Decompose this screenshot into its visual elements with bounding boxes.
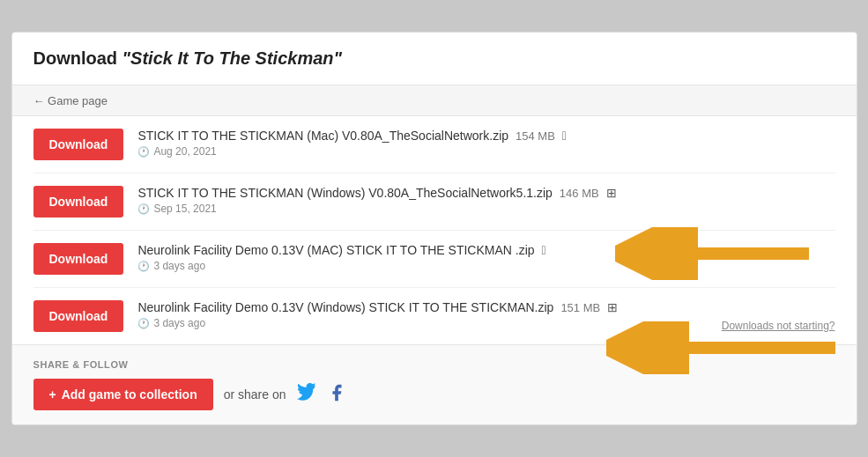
title-quoted: "Stick It To The Stickman" bbox=[122, 48, 342, 68]
share-label: SHARE & FOLLOW bbox=[33, 359, 835, 370]
date-text-4: 3 days ago bbox=[153, 317, 205, 329]
page-title: Download "Stick It To The Stickman" bbox=[33, 48, 835, 69]
clock-icon-2: 🕐 bbox=[137, 203, 150, 215]
file-size-2: 146 MB bbox=[560, 187, 599, 200]
download-row: Download STICK IT TO THE STICKMAN (Mac) … bbox=[33, 116, 835, 173]
file-name-row-1: STICK IT TO THE STICKMAN (Mac) V0.80A_Th… bbox=[137, 129, 835, 143]
file-name-row-2: STICK IT TO THE STICKMAN (Windows) V0.80… bbox=[137, 186, 835, 200]
twitter-icon bbox=[297, 383, 316, 402]
download-row-4: Download Neurolink Facility Demo 0.13V (… bbox=[33, 288, 835, 344]
mac-icon-3:  bbox=[542, 243, 546, 257]
download-button-2[interactable]: Download bbox=[33, 186, 124, 217]
back-link[interactable]: ← Game page bbox=[33, 94, 108, 107]
file-size-1: 154 MB bbox=[516, 129, 555, 143]
twitter-link[interactable] bbox=[297, 383, 316, 407]
page-header: Download "Stick It To The Stickman" bbox=[12, 33, 857, 85]
add-collection-button[interactable]: + Add game to collection bbox=[33, 379, 213, 410]
facebook-icon bbox=[327, 383, 346, 402]
file-name-4: Neurolink Facility Demo 0.13V (Windows) … bbox=[137, 300, 553, 314]
download-button-3[interactable]: Download bbox=[33, 243, 124, 275]
clock-icon-4: 🕐 bbox=[137, 318, 150, 329]
downloads-section: Download STICK IT TO THE STICKMAN (Mac) … bbox=[12, 116, 857, 344]
download-row-3: Download Neurolink Facility Demo 0.13V (… bbox=[33, 231, 835, 288]
date-text-2: Sep 15, 2021 bbox=[153, 203, 216, 215]
facebook-link[interactable] bbox=[327, 383, 346, 407]
file-date-3: 🕐 3 days ago bbox=[137, 260, 835, 272]
share-row: + Add game to collection or share on bbox=[33, 379, 835, 410]
clock-icon-3: 🕐 bbox=[137, 261, 150, 272]
date-text-1: Aug 20, 2021 bbox=[153, 145, 216, 158]
file-name-3: Neurolink Facility Demo 0.13V (MAC) STIC… bbox=[137, 243, 534, 257]
share-section: SHARE & FOLLOW + Add game to collection … bbox=[12, 344, 857, 424]
plus-icon: + bbox=[49, 387, 56, 402]
nav-bar: ← Game page bbox=[12, 85, 857, 116]
file-name-row-3: Neurolink Facility Demo 0.13V (MAC) STIC… bbox=[137, 243, 835, 257]
file-date-1: 🕐 Aug 20, 2021 bbox=[137, 145, 835, 158]
file-name-1: STICK IT TO THE STICKMAN (Mac) V0.80A_Th… bbox=[137, 129, 508, 143]
main-container: Download "Stick It To The Stickman" ← Ga… bbox=[11, 32, 857, 425]
or-share-text: or share on bbox=[224, 387, 286, 402]
windows-icon-4: ⊞ bbox=[607, 300, 618, 314]
file-date-2: 🕐 Sep 15, 2021 bbox=[137, 203, 835, 215]
windows-icon-2: ⊞ bbox=[606, 186, 617, 200]
file-size-4: 151 MB bbox=[560, 301, 600, 314]
clock-icon-1: 🕐 bbox=[137, 146, 150, 158]
file-name-row-4: Neurolink Facility Demo 0.13V (Windows) … bbox=[137, 300, 835, 314]
file-name-2: STICK IT TO THE STICKMAN (Windows) V0.80… bbox=[137, 186, 552, 200]
date-text-3: 3 days ago bbox=[153, 260, 205, 272]
download-button-4[interactable]: Download bbox=[33, 300, 124, 332]
mac-icon-1:  bbox=[562, 129, 567, 143]
download-row-2: Download STICK IT TO THE STICKMAN (Windo… bbox=[33, 173, 835, 231]
download-info-2: STICK IT TO THE STICKMAN (Windows) V0.80… bbox=[137, 186, 835, 215]
download-info-1: STICK IT TO THE STICKMAN (Mac) V0.80A_Th… bbox=[137, 129, 835, 158]
title-prefix: Download bbox=[33, 48, 122, 68]
download-button-1[interactable]: Download bbox=[33, 129, 124, 160]
downloads-not-starting-link[interactable]: Downloads not starting? bbox=[722, 320, 835, 332]
add-collection-label: Add game to collection bbox=[62, 387, 197, 402]
download-info-3: Neurolink Facility Demo 0.13V (MAC) STIC… bbox=[137, 243, 835, 272]
